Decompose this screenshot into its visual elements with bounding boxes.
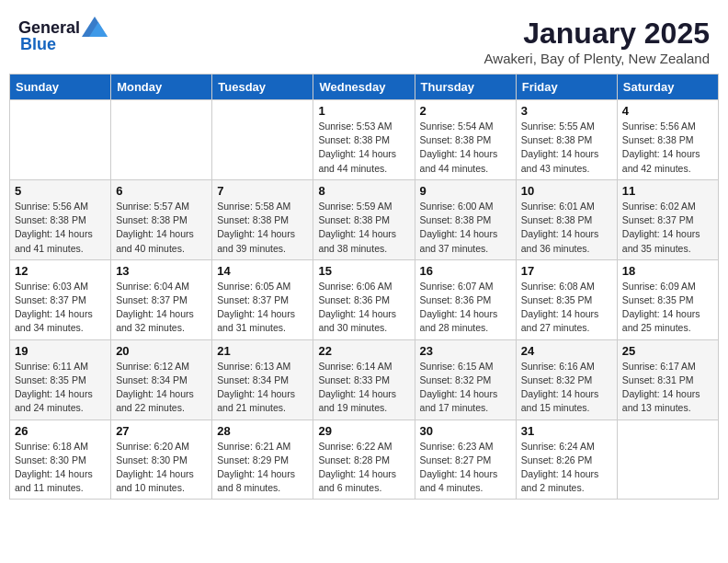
- day-detail: Sunrise: 6:05 AMSunset: 8:37 PMDaylight:…: [217, 280, 308, 336]
- day-cell: [111, 100, 212, 180]
- day-cell: 13Sunrise: 6:04 AMSunset: 8:37 PMDayligh…: [111, 259, 212, 339]
- title-block: January 2025 Awakeri, Bay of Plenty, New…: [484, 17, 710, 66]
- day-number: 24: [521, 344, 612, 358]
- day-number: 6: [116, 184, 207, 198]
- weekday-header-sunday: Sunday: [10, 75, 111, 100]
- day-cell: 9Sunrise: 6:00 AMSunset: 8:38 PMDaylight…: [415, 179, 516, 259]
- day-number: 28: [217, 424, 308, 438]
- day-cell: 10Sunrise: 6:01 AMSunset: 8:38 PMDayligh…: [516, 179, 617, 259]
- day-detail: Sunrise: 6:17 AMSunset: 8:31 PMDaylight:…: [622, 360, 713, 416]
- day-cell: 5Sunrise: 5:56 AMSunset: 8:38 PMDaylight…: [10, 179, 111, 259]
- day-detail: Sunrise: 6:24 AMSunset: 8:26 PMDaylight:…: [521, 440, 612, 496]
- day-number: 10: [521, 184, 612, 198]
- day-cell: 18Sunrise: 6:09 AMSunset: 8:35 PMDayligh…: [617, 259, 718, 339]
- day-detail: Sunrise: 6:00 AMSunset: 8:38 PMDaylight:…: [420, 200, 511, 256]
- day-detail: Sunrise: 6:18 AMSunset: 8:30 PMDaylight:…: [15, 440, 106, 496]
- day-number: 31: [521, 424, 612, 438]
- day-number: 30: [420, 424, 511, 438]
- day-detail: Sunrise: 6:03 AMSunset: 8:37 PMDaylight:…: [15, 280, 106, 336]
- day-cell: 24Sunrise: 6:16 AMSunset: 8:32 PMDayligh…: [516, 339, 617, 419]
- day-number: 11: [622, 184, 713, 198]
- day-cell: [212, 100, 313, 180]
- day-cell: [617, 419, 718, 500]
- day-detail: Sunrise: 6:09 AMSunset: 8:35 PMDaylight:…: [622, 280, 713, 336]
- day-cell: 14Sunrise: 6:05 AMSunset: 8:37 PMDayligh…: [212, 259, 313, 339]
- week-row-4: 19Sunrise: 6:11 AMSunset: 8:35 PMDayligh…: [10, 339, 719, 419]
- day-cell: 28Sunrise: 6:21 AMSunset: 8:29 PMDayligh…: [212, 419, 313, 500]
- weekday-header-saturday: Saturday: [617, 75, 718, 100]
- day-detail: Sunrise: 6:22 AMSunset: 8:28 PMDaylight:…: [318, 440, 409, 496]
- day-number: 20: [116, 344, 207, 358]
- day-cell: 23Sunrise: 6:15 AMSunset: 8:32 PMDayligh…: [415, 339, 516, 419]
- day-detail: Sunrise: 6:21 AMSunset: 8:29 PMDaylight:…: [217, 440, 308, 496]
- day-detail: Sunrise: 5:56 AMSunset: 8:38 PMDaylight:…: [622, 120, 713, 176]
- day-cell: 25Sunrise: 6:17 AMSunset: 8:31 PMDayligh…: [617, 339, 718, 419]
- day-number: 12: [15, 264, 106, 278]
- day-number: 27: [116, 424, 207, 438]
- day-detail: Sunrise: 6:01 AMSunset: 8:38 PMDaylight:…: [521, 200, 612, 256]
- day-detail: Sunrise: 5:56 AMSunset: 8:38 PMDaylight:…: [15, 200, 106, 256]
- calendar-title: January 2025: [484, 17, 710, 51]
- day-number: 15: [318, 264, 409, 278]
- day-cell: 26Sunrise: 6:18 AMSunset: 8:30 PMDayligh…: [10, 419, 111, 500]
- day-cell: 31Sunrise: 6:24 AMSunset: 8:26 PMDayligh…: [516, 419, 617, 500]
- day-number: 7: [217, 184, 308, 198]
- weekday-header-wednesday: Wednesday: [313, 75, 415, 100]
- day-cell: 12Sunrise: 6:03 AMSunset: 8:37 PMDayligh…: [10, 259, 111, 339]
- day-cell: 22Sunrise: 6:14 AMSunset: 8:33 PMDayligh…: [313, 339, 415, 419]
- day-detail: Sunrise: 6:02 AMSunset: 8:37 PMDaylight:…: [622, 200, 713, 256]
- day-cell: 4Sunrise: 5:56 AMSunset: 8:38 PMDaylight…: [617, 100, 718, 180]
- day-number: 17: [521, 264, 612, 278]
- day-cell: 20Sunrise: 6:12 AMSunset: 8:34 PMDayligh…: [111, 339, 212, 419]
- day-cell: 15Sunrise: 6:06 AMSunset: 8:36 PMDayligh…: [313, 259, 415, 339]
- week-row-3: 12Sunrise: 6:03 AMSunset: 8:37 PMDayligh…: [10, 259, 719, 339]
- day-detail: Sunrise: 6:23 AMSunset: 8:27 PMDaylight:…: [420, 440, 511, 496]
- weekday-header-monday: Monday: [111, 75, 212, 100]
- day-detail: Sunrise: 6:12 AMSunset: 8:34 PMDaylight:…: [116, 360, 207, 416]
- day-detail: Sunrise: 6:07 AMSunset: 8:36 PMDaylight:…: [420, 280, 511, 336]
- day-number: 23: [420, 344, 511, 358]
- day-detail: Sunrise: 5:57 AMSunset: 8:38 PMDaylight:…: [116, 200, 207, 256]
- day-cell: 27Sunrise: 6:20 AMSunset: 8:30 PMDayligh…: [111, 419, 212, 500]
- day-cell: 21Sunrise: 6:13 AMSunset: 8:34 PMDayligh…: [212, 339, 313, 419]
- day-number: 13: [116, 264, 207, 278]
- day-number: 19: [15, 344, 106, 358]
- day-number: 21: [217, 344, 308, 358]
- day-cell: 17Sunrise: 6:08 AMSunset: 8:35 PMDayligh…: [516, 259, 617, 339]
- day-detail: Sunrise: 5:55 AMSunset: 8:38 PMDaylight:…: [521, 120, 612, 176]
- day-number: 8: [318, 184, 409, 198]
- day-cell: 30Sunrise: 6:23 AMSunset: 8:27 PMDayligh…: [415, 419, 516, 500]
- weekday-header-friday: Friday: [516, 75, 617, 100]
- day-detail: Sunrise: 6:16 AMSunset: 8:32 PMDaylight:…: [521, 360, 612, 416]
- day-detail: Sunrise: 6:20 AMSunset: 8:30 PMDaylight:…: [116, 440, 207, 496]
- day-number: 5: [15, 184, 106, 198]
- day-detail: Sunrise: 5:53 AMSunset: 8:38 PMDaylight:…: [318, 120, 409, 176]
- day-cell: 3Sunrise: 5:55 AMSunset: 8:38 PMDaylight…: [516, 100, 617, 180]
- day-cell: 19Sunrise: 6:11 AMSunset: 8:35 PMDayligh…: [10, 339, 111, 419]
- day-cell: 1Sunrise: 5:53 AMSunset: 8:38 PMDaylight…: [313, 100, 415, 180]
- calendar-table: SundayMondayTuesdayWednesdayThursdayFrid…: [9, 74, 719, 500]
- week-row-5: 26Sunrise: 6:18 AMSunset: 8:30 PMDayligh…: [10, 419, 719, 500]
- day-detail: Sunrise: 6:06 AMSunset: 8:36 PMDaylight:…: [318, 280, 409, 336]
- day-number: 9: [420, 184, 511, 198]
- day-number: 22: [318, 344, 409, 358]
- calendar-body: 1Sunrise: 5:53 AMSunset: 8:38 PMDaylight…: [10, 100, 719, 500]
- day-number: 3: [521, 104, 612, 118]
- logo: General Blue: [18, 17, 108, 54]
- day-cell: 7Sunrise: 5:58 AMSunset: 8:38 PMDaylight…: [212, 179, 313, 259]
- day-detail: Sunrise: 6:04 AMSunset: 8:37 PMDaylight:…: [116, 280, 207, 336]
- day-detail: Sunrise: 6:11 AMSunset: 8:35 PMDaylight:…: [15, 360, 106, 416]
- day-number: 29: [318, 424, 409, 438]
- day-detail: Sunrise: 6:14 AMSunset: 8:33 PMDaylight:…: [318, 360, 409, 416]
- day-detail: Sunrise: 6:08 AMSunset: 8:35 PMDaylight:…: [521, 280, 612, 336]
- day-cell: [10, 100, 111, 180]
- day-number: 1: [318, 104, 409, 118]
- week-row-2: 5Sunrise: 5:56 AMSunset: 8:38 PMDaylight…: [10, 179, 719, 259]
- day-cell: 2Sunrise: 5:54 AMSunset: 8:38 PMDaylight…: [415, 100, 516, 180]
- day-cell: 6Sunrise: 5:57 AMSunset: 8:38 PMDaylight…: [111, 179, 212, 259]
- calendar-subtitle: Awakeri, Bay of Plenty, New Zealand: [484, 51, 710, 66]
- day-number: 25: [622, 344, 713, 358]
- logo-icon: [82, 17, 108, 37]
- day-detail: Sunrise: 6:13 AMSunset: 8:34 PMDaylight:…: [217, 360, 308, 416]
- weekday-header-row: SundayMondayTuesdayWednesdayThursdayFrid…: [10, 75, 719, 100]
